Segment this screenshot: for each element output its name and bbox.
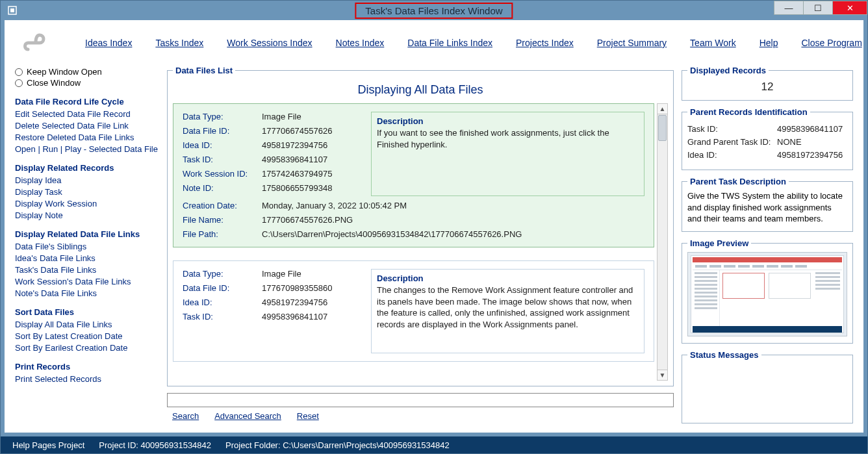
parent-task-id-label: Task ID: [687,124,772,134]
toolbar: Ideas Index Tasks Index Work Sessions In… [5,20,863,66]
value-data-file-id: 177706674557626 [262,126,332,136]
radio-icon [15,79,23,87]
description-box: Description The changes to the Remove Wo… [371,269,645,353]
close-button[interactable]: ✕ [832,1,867,15]
menu-data-file-links-index[interactable]: Data File Links Index [407,38,492,48]
description-label: Description [377,116,639,126]
keep-window-open-radio[interactable]: Keep Window Open [15,67,159,77]
search-link[interactable]: Search [172,411,199,421]
parent-idea-id-value: 49581972394756 [777,150,843,160]
value-data-type: Image File [262,269,301,279]
scroll-thumb[interactable] [658,115,667,141]
image-preview-fieldset: Image Preview [682,238,853,344]
search-row: Search Advanced Search Reset [167,390,674,423]
parent-idea-id-label: Idea ID: [687,150,772,160]
list-title: Displaying All Data Files [173,83,668,97]
sidebar: Keep Window Open Close Window Data File … [15,66,159,423]
label-idea-id: Idea ID: [183,140,255,150]
menu-team-work[interactable]: Team Work [690,38,736,48]
label-task-id: Task ID: [183,312,255,322]
label-task-id: Task ID: [183,155,255,164]
app-icon [5,3,20,18]
close-window-label: Close Window [27,78,81,88]
menu-help[interactable]: Help [760,38,778,48]
grandparent-task-id-value: NONE [777,137,802,147]
data-files-siblings[interactable]: Data File's Siblings [15,242,159,251]
window-frame: Task's Data Files Index Window — ☐ ✕ Ide… [0,0,868,454]
value-task-id: 49958396841107 [262,312,327,322]
menu-ideas-index[interactable]: Ideas Index [85,38,132,48]
description-box: Description If you want to see the finis… [371,112,645,196]
svg-rect-1 [10,8,14,12]
parent-task-id-value: 49958396841107 [777,124,843,134]
ideas-data-file-links[interactable]: Idea's Data File Links [15,253,159,263]
display-note[interactable]: Display Note [15,210,159,220]
minimize-button[interactable]: — [774,1,804,15]
notes-data-file-links[interactable]: Note's Data File Links [15,288,159,298]
right-column: Displayed Records 12 Parent Records Iden… [682,66,853,423]
search-input[interactable] [167,393,674,407]
display-task[interactable]: Display Task [15,187,159,197]
advanced-search-link[interactable]: Advanced Search [214,411,281,421]
menu-work-sessions-index[interactable]: Work Sessions Index [227,38,312,48]
value-data-file-id: 177670989355860 [262,283,332,293]
parent-task-description-legend: Parent Task Description [687,177,789,186]
scroll-down-icon[interactable]: ▼ [657,370,667,380]
restore-deleted-data-file-links[interactable]: Restore Deleted Data File Links [15,132,159,142]
work-sessions-data-file-links[interactable]: Work Session's Data File Links [15,277,159,286]
displayed-records-fieldset: Displayed Records 12 [682,66,853,101]
label-data-type: Data Type: [183,112,255,121]
radio-icon [15,68,23,76]
displayed-records-count: 12 [687,81,847,94]
group-sort-title: Sort Data Files [15,307,159,317]
edit-selected-data-file-record[interactable]: Edit Selected Data File Record [15,109,159,119]
data-files-list-fieldset: Data Files List Displaying All Data File… [167,66,674,386]
label-creation-date: Creation Date: [183,201,255,210]
content-area: Ideas Index Tasks Index Work Sessions In… [5,20,863,433]
delete-selected-data-file-link[interactable]: Delete Selected Data File Link [15,121,159,131]
status-help-pages-project[interactable]: Help Pages Project [12,440,84,450]
image-preview-legend: Image Preview [687,238,751,248]
close-window-radio[interactable]: Close Window [15,78,159,88]
display-work-session[interactable]: Display Work Session [15,199,159,208]
value-data-type: Image File [262,112,301,121]
sort-by-latest-creation-date[interactable]: Sort By Latest Creation Date [15,331,159,341]
parent-task-description-text: Give the TWS System the ability to locat… [687,190,847,225]
data-file-record[interactable]: Data Type:Image File Data File ID:177670… [173,260,654,362]
open-run-play-selected-data-file[interactable]: Open | Run | Play - Selected Data File [15,144,159,154]
image-preview-thumbnail[interactable] [687,252,847,336]
vertical-scrollbar[interactable]: ▲ ▼ [657,103,668,381]
value-file-name: 177706674557626.PNG [262,215,353,225]
data-files-list-legend: Data Files List [173,66,235,75]
description-text: If you want to see the finished work ass… [377,127,639,150]
label-idea-id: Idea ID: [183,297,255,307]
maximize-button[interactable]: ☐ [803,1,833,15]
value-file-path: C:\Users\Darren\Projects\400956931534842… [262,229,522,239]
app-logo-icon [20,27,49,59]
label-file-name: File Name: [183,215,255,225]
value-idea-id: 49581972394756 [262,297,327,307]
group-lifecycle-title: Data File Record Life Cycle [15,97,159,107]
menu-close-program[interactable]: Close Program [801,38,862,48]
status-bar: Help Pages Project Project ID: 400956931… [1,436,867,453]
group-related-records-title: Display Related Records [15,163,159,173]
parent-records-id-legend: Parent Records Identification [687,107,810,117]
label-work-session-id: Work Session ID: [183,169,255,179]
value-idea-id: 49581972394756 [262,140,327,150]
main-menu: Ideas Index Tasks Index Work Sessions In… [85,38,862,48]
menu-notes-index[interactable]: Notes Index [336,38,385,48]
scroll-up-icon[interactable]: ▲ [657,104,667,114]
window-title: Task's Data Files Index Window [355,3,513,19]
group-related-links-title: Display Related Data File Links [15,229,159,239]
sort-by-earliest-creation-date[interactable]: Sort By Earilest Creation Date [15,343,159,353]
menu-project-summary[interactable]: Project Summary [597,38,667,48]
description-label: Description [377,273,639,283]
display-all-data-file-links[interactable]: Display All Data File Links [15,320,159,329]
tasks-data-file-links[interactable]: Task's Data File Links [15,265,159,275]
menu-projects-index[interactable]: Projects Index [516,38,574,48]
reset-link[interactable]: Reset [297,411,319,421]
menu-tasks-index[interactable]: Tasks Index [155,38,203,48]
display-idea[interactable]: Display Idea [15,175,159,185]
data-file-record[interactable]: Data Type:Image File Data File ID:177706… [173,103,654,247]
print-selected-records[interactable]: Print Selected Records [15,374,159,384]
